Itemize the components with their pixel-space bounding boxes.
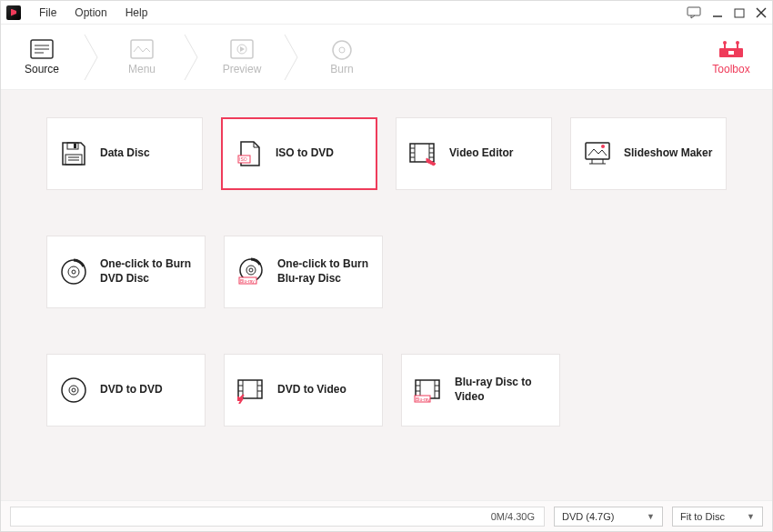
svg-point-44	[72, 270, 75, 274]
feedback-icon[interactable]	[687, 6, 701, 19]
menu-option[interactable]: Option	[65, 6, 115, 19]
capacity-bar: 0M/4.30G	[10, 507, 545, 527]
menu-step-icon	[130, 39, 154, 59]
tool-label: DVD to Video	[277, 383, 346, 397]
tool-label: DVD to DVD	[100, 383, 163, 397]
tool-label: ISO to DVD	[276, 146, 334, 161]
film-edit-icon	[407, 138, 438, 169]
svg-rect-21	[67, 143, 78, 149]
bluray-export-icon: Blu-ray	[413, 375, 444, 406]
disc-burn-icon	[58, 256, 89, 287]
chevron-down-icon: ▼	[647, 512, 655, 521]
svg-rect-22	[74, 144, 76, 148]
tool-bluray-to-video[interactable]: Blu-ray Blu-ray Disc to Video	[401, 354, 560, 427]
svg-point-47	[249, 268, 253, 272]
disc-type-value: DVD (4.7G)	[562, 511, 614, 522]
svg-point-38	[601, 145, 605, 148]
fit-value: Fit to Disc	[680, 511, 725, 522]
tool-oneclick-dvd[interactable]: One-click to Burn DVD Disc	[46, 236, 206, 308]
toolbox-button[interactable]: Toolbox	[690, 39, 772, 75]
menu-help[interactable]: Help	[116, 6, 157, 19]
step-preview[interactable]: Preview	[201, 25, 283, 89]
floppy-icon	[58, 138, 89, 169]
svg-text:ISO: ISO	[239, 156, 247, 162]
svg-rect-0	[688, 7, 700, 15]
svg-point-18	[723, 41, 727, 45]
tool-grid: Data Disc ISO ISO to DVD Video Editor Sl…	[1, 90, 772, 500]
chevron-icon	[183, 25, 201, 90]
source-icon	[30, 39, 54, 59]
step-burn-label: Burn	[330, 63, 353, 75]
tool-label: Slideshow Maker	[624, 146, 712, 161]
svg-point-50	[62, 378, 85, 402]
toolbox-icon	[718, 39, 745, 59]
disc-type-select[interactable]: DVD (4.7G) ▼	[554, 507, 663, 527]
svg-point-13	[333, 41, 351, 59]
bottom-bar: 0M/4.30G DVD (4.7G) ▼ Fit to Disc ▼	[1, 500, 772, 531]
step-preview-label: Preview	[223, 63, 262, 75]
tool-oneclick-bluray[interactable]: Blu-ray One-click to Burn Blu-ray Disc	[224, 236, 383, 308]
tool-label: Video Editor	[449, 146, 513, 161]
tool-video-editor[interactable]: Video Editor	[396, 117, 552, 190]
bluray-burn-icon: Blu-ray	[236, 256, 266, 287]
step-burn[interactable]: Burn	[301, 25, 383, 89]
step-bar: Source Menu Preview Burn Toolbox	[1, 25, 772, 90]
fit-select[interactable]: Fit to Disc ▼	[672, 507, 763, 527]
svg-point-46	[246, 266, 256, 275]
svg-point-52	[72, 388, 75, 392]
svg-point-51	[69, 386, 78, 395]
tool-data-disc[interactable]: Data Disc	[46, 117, 203, 190]
svg-rect-9	[131, 40, 153, 58]
tool-label: One-click to Burn DVD Disc	[100, 257, 194, 286]
toolbox-label: Toolbox	[712, 63, 749, 75]
app-logo	[6, 5, 21, 20]
svg-point-14	[339, 47, 345, 53]
tool-dvd-to-dvd[interactable]: DVD to DVD	[46, 354, 206, 427]
film-export-icon	[236, 375, 266, 406]
chevron-icon	[283, 25, 301, 90]
step-source-label: Source	[25, 63, 59, 75]
svg-rect-20	[728, 51, 734, 55]
tool-dvd-to-video[interactable]: DVD to Video	[224, 354, 383, 427]
svg-text:Blu-ray: Blu-ray	[416, 396, 430, 402]
menu-file[interactable]: File	[30, 6, 65, 19]
chevron-icon	[83, 25, 101, 90]
disc-icon	[58, 375, 89, 406]
svg-rect-2	[735, 9, 744, 17]
svg-point-19	[736, 41, 739, 45]
tool-label: One-click to Burn Blu-ray Disc	[277, 257, 371, 286]
svg-rect-37	[586, 143, 609, 159]
iso-file-icon: ISO	[234, 138, 265, 169]
svg-point-43	[68, 266, 79, 277]
capacity-text: 0M/4.30G	[491, 511, 535, 522]
svg-text:Blu-ray: Blu-ray	[240, 278, 255, 284]
close-icon[interactable]	[756, 7, 767, 18]
maximize-icon[interactable]	[734, 7, 745, 18]
menubar: File Option Help	[1, 1, 772, 25]
tool-iso-to-dvd[interactable]: ISO ISO to DVD	[221, 117, 377, 190]
tool-label: Blu-ray Disc to Video	[455, 376, 548, 404]
svg-marker-12	[240, 46, 245, 52]
burn-icon	[330, 39, 354, 59]
step-menu-label: Menu	[128, 63, 156, 75]
tool-slideshow-maker[interactable]: Slideshow Maker	[570, 117, 727, 190]
minimize-icon[interactable]	[712, 7, 723, 18]
window-controls	[687, 6, 767, 19]
preview-icon	[230, 39, 254, 59]
step-source[interactable]: Source	[1, 25, 83, 89]
chevron-down-icon: ▼	[747, 512, 755, 521]
slideshow-icon	[582, 138, 613, 169]
step-menu[interactable]: Menu	[101, 25, 183, 89]
tool-label: Data Disc	[100, 146, 150, 161]
